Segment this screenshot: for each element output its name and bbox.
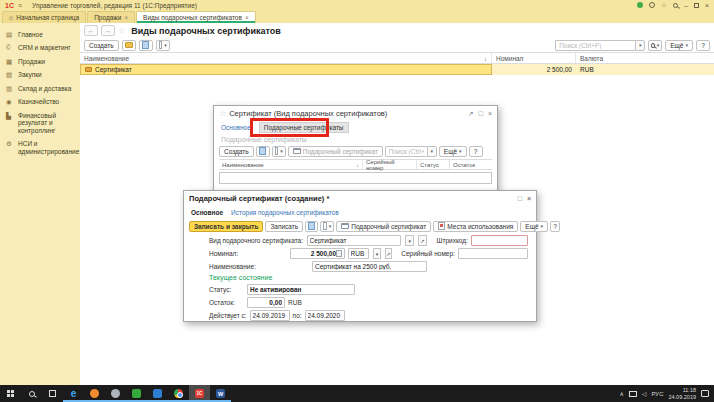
sidebar-item-crm[interactable]: © CRM и маркетинг: [0, 41, 80, 54]
taskbar-app-gray[interactable]: [105, 385, 126, 402]
currency-dropdown-button[interactable]: ▾: [373, 248, 380, 259]
column-status[interactable]: Статус: [417, 160, 450, 169]
calculator-icon[interactable]: [336, 250, 342, 257]
kind-input[interactable]: [310, 237, 399, 244]
sidebar-item-sales[interactable]: ▦ Продажи: [0, 55, 80, 68]
cell-name[interactable]: Сертификат: [80, 64, 492, 75]
task-view-button[interactable]: [42, 385, 63, 402]
maximize-button[interactable]: □: [479, 110, 483, 117]
cell-nominal[interactable]: 2 500,00: [492, 64, 576, 75]
valid-from-field[interactable]: [250, 310, 290, 321]
serial-input[interactable]: [461, 250, 525, 257]
column-serial[interactable]: Серийный номер: [363, 160, 417, 169]
sidebar-item-finance[interactable]: ▙ Финансовый результат и контроллинг: [0, 109, 80, 137]
favorite-star-icon[interactable]: ☆: [118, 26, 125, 35]
tab-sales[interactable]: Продажи ×: [87, 11, 135, 23]
search-input[interactable]: [555, 40, 635, 51]
copy-button[interactable]: [256, 146, 270, 157]
barcode-field[interactable]: [471, 235, 528, 246]
valid-to-field[interactable]: [305, 310, 345, 321]
valid-to-input[interactable]: [308, 312, 342, 319]
tab-history-link[interactable]: История подарочных сертификатов: [231, 209, 339, 216]
help-button[interactable]: ?: [469, 146, 483, 157]
create-group-button[interactable]: [122, 40, 136, 51]
history-icon[interactable]: [649, 2, 655, 8]
barcode-input[interactable]: [474, 237, 525, 244]
edit-button[interactable]: ▾: [156, 40, 170, 51]
sidebar-item-main[interactable]: ▤ Главное: [0, 28, 80, 41]
notification-center-icon[interactable]: [701, 390, 709, 397]
cell-currency[interactable]: RUB: [576, 64, 714, 75]
favorite-star-icon[interactable]: ☆: [219, 109, 226, 118]
search-dropdown-button[interactable]: ▾: [427, 146, 437, 157]
usage-places-button[interactable]: Места использования: [433, 221, 518, 232]
main-menu-icon[interactable]: ≡: [18, 2, 22, 9]
search-icon[interactable]: [673, 3, 678, 8]
column-currency[interactable]: Валюта: [576, 53, 714, 63]
kind-dropdown-button[interactable]: ▾: [405, 235, 414, 246]
print-gift-certificate-button[interactable]: Подарочный сертификат: [336, 221, 431, 232]
search-dropdown-button[interactable]: ▾: [635, 40, 645, 51]
tab-gift-certificate-kinds[interactable]: Виды подарочных сертификатов ×: [136, 11, 256, 23]
taskbar-app-edge[interactable]: e: [63, 385, 84, 402]
dialog1-new-row[interactable]: [219, 172, 492, 184]
close-button[interactable]: ×: [705, 2, 709, 9]
sidebar-item-admin[interactable]: ⚙ НСИ и администрирование: [0, 137, 80, 158]
volume-icon[interactable]: ◁: [642, 390, 647, 397]
favorites-icon[interactable]: ☆: [661, 1, 667, 9]
sidebar-item-warehouse[interactable]: ▥ Склад и доставка: [0, 82, 80, 95]
nominal-input[interactable]: [293, 250, 336, 257]
taskbar-app-chrome[interactable]: [168, 385, 189, 402]
taskbar-app-word[interactable]: W: [210, 385, 231, 402]
kind-field[interactable]: [307, 235, 402, 246]
tab-close-icon[interactable]: ×: [124, 14, 128, 21]
close-button[interactable]: ×: [488, 110, 492, 117]
start-button[interactable]: [0, 385, 21, 402]
column-name[interactable]: Наименование↓: [80, 53, 492, 63]
nominal-field[interactable]: [290, 248, 344, 259]
name-input[interactable]: [315, 263, 424, 270]
close-button[interactable]: ×: [527, 195, 531, 202]
clock[interactable]: 11:18 24.09.2019: [668, 387, 696, 400]
tab-main[interactable]: Основное: [191, 209, 223, 216]
taskbar-app-green[interactable]: [126, 385, 147, 402]
save-button[interactable]: Записать: [265, 221, 303, 232]
table-row[interactable]: Сертификат 2 500,00 RUB: [80, 64, 714, 75]
more-button[interactable]: Ещё▾: [520, 221, 548, 232]
taskbar-app-1c[interactable]: 1С: [189, 385, 210, 402]
tab-main-link[interactable]: Основное: [221, 124, 251, 131]
maximize-button[interactable]: [694, 3, 699, 8]
name-field[interactable]: [312, 261, 427, 272]
open-in-window-icon[interactable]: ↗: [468, 110, 474, 118]
help-button[interactable]: ?: [696, 40, 710, 51]
sidebar-item-treasury[interactable]: ◉ Казначейство: [0, 95, 80, 108]
edit-button[interactable]: ▾: [320, 221, 334, 232]
currency-input[interactable]: [351, 250, 367, 257]
column-nominal[interactable]: Номинал: [492, 53, 576, 63]
taskbar-app-pin[interactable]: [84, 385, 105, 402]
show-hidden-icons-button[interactable]: ∧: [619, 390, 623, 397]
search-input[interactable]: [385, 146, 427, 157]
kind-open-button[interactable]: ↗: [418, 235, 427, 246]
tab-home[interactable]: ⌂ Начальная страница: [2, 11, 86, 23]
display-icon[interactable]: [629, 391, 637, 397]
currency-field[interactable]: [348, 248, 370, 259]
back-button[interactable]: ←: [84, 25, 98, 36]
column-balance[interactable]: Остаток: [450, 160, 492, 169]
taskbar-app-blue[interactable]: [147, 385, 168, 402]
forward-button[interactable]: →: [101, 25, 115, 36]
tab-close-icon[interactable]: ×: [245, 14, 249, 21]
edit-button[interactable]: ▾: [272, 146, 286, 157]
more-button[interactable]: Ещё▾: [665, 40, 693, 51]
serial-field[interactable]: [458, 248, 528, 259]
copy-button[interactable]: [305, 221, 318, 232]
service-status-icon[interactable]: [637, 2, 643, 8]
save-and-close-button[interactable]: Записать и закрыть: [189, 221, 263, 232]
more-button[interactable]: Ещё▾: [439, 146, 467, 157]
maximize-button[interactable]: □: [518, 195, 522, 202]
find-button[interactable]: ▾: [648, 40, 662, 51]
language-indicator[interactable]: РУС: [651, 391, 663, 397]
currency-open-button[interactable]: ↗: [385, 248, 392, 259]
taskbar-search-button[interactable]: [21, 385, 42, 402]
print-gift-certificate-button[interactable]: Подарочный сертификат: [288, 146, 383, 157]
